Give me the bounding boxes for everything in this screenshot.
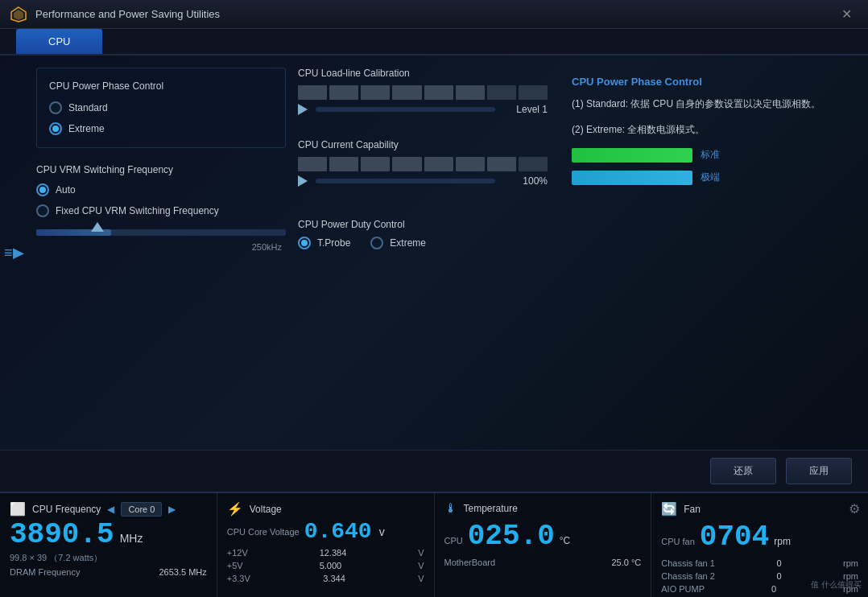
window-title: Performance and Power Saving Utilities [35,8,835,20]
main-content: ≡▶ CPU Power Phase Control Standard Extr… [0,56,868,450]
cpu-temp-unit: °C [560,535,570,546]
left-panel: CPU Power Phase Control Standard Extreme… [36,68,286,438]
core-label: Core 0 [121,502,162,517]
cseg-7 [487,157,516,171]
v12-unit: V [418,548,424,558]
v5-unit: V [418,561,424,570]
radio-duty-tprobe [298,237,311,249]
vrm-radio-group: Auto Fixed CPU VRM Switching Frequency [36,183,286,217]
close-button[interactable]: ✕ [835,3,858,25]
vrm-fixed[interactable]: Fixed CPU VRM Switching Frequency [36,204,286,217]
bar-standard: 标准 [572,148,844,163]
voltage-5v: +5V 5.000 V [227,561,424,570]
voltage-12v: +12V 12.384 V [227,548,424,558]
svg-marker-1 [14,10,23,20]
radio-duty-tprobe-dot [301,240,308,246]
power-duty-section: CPU Power Duty Control T.Probe Extreme [298,219,548,249]
load-cal-slider-thumb [298,104,308,115]
chassis-fan1-unit: rpm [843,558,858,568]
cseg-4 [392,157,421,171]
cseg-2 [329,157,358,171]
cseg-8 [519,157,548,171]
mb-temp-label: MotherBoard [444,558,496,567]
bar-extreme: 极端 [572,171,844,185]
cpu-core-voltage-value: 0.640 [304,521,372,543]
frequency-value-row: 3890.5 MHz [10,521,207,550]
mb-temp-value: 25.0 °C [611,558,641,567]
status-bar: ⬜ CPU Frequency ◀ Core 0 ▶ 3890.5 MHz 99… [0,492,868,597]
load-cal-value: Level 1 [503,104,548,115]
vrm-section: CPU VRM Switching Frequency Auto Fixed C… [36,160,286,252]
radio-duty-extreme [370,237,383,249]
cpu-fan-label: CPU fan [661,537,695,546]
v33-label: +3.3V [227,574,250,583]
frequency-big-value: 3890.5 [10,521,114,550]
v12-value: 12.384 [320,548,347,558]
fan-icon: 🔄 [661,501,677,517]
cseg-1 [298,157,327,171]
cpu-fan-row: CPU fan 0704 rpm [661,521,858,554]
cpu-fan-value: 0704 [700,521,769,554]
power-phase-standard[interactable]: Standard [49,101,273,114]
app-logo [10,6,27,23]
aio-pump-value: 0 [771,584,776,594]
cpu-frequency-icon: ⬜ [10,501,26,517]
v5-value: 5.000 [320,561,342,570]
current-cap-slider-thumb [298,175,308,187]
settings-gear-icon[interactable]: ⚙ [849,501,860,517]
radio-extreme-dot [52,126,59,132]
voltage-33v: +3.3V 3.344 V [227,574,424,583]
duty-tprobe[interactable]: T.Probe [298,237,350,249]
seg-1 [298,85,327,100]
power-phase-extreme[interactable]: Extreme [49,122,273,135]
current-cap-slider-bar[interactable] [316,179,495,183]
seg-2 [329,85,358,100]
load-cal-slider-bar[interactable] [316,107,495,112]
v33-unit: V [418,574,424,583]
cpu-core-voltage-row: CPU Core Voltage 0.640 v [227,521,424,543]
core-next-button[interactable]: ▶ [168,504,176,515]
duty-extreme-label: Extreme [390,237,426,249]
vrm-auto[interactable]: Auto [36,183,286,196]
power-duty-title: CPU Power Duty Control [298,219,548,230]
radio-vrm-auto-dot [39,187,46,193]
cseg-3 [361,157,390,171]
bar-extreme-fill [572,171,692,185]
temperature-section: 🌡 Temperature CPU 025.0 °C MotherBoard 2… [435,493,652,597]
chassis-fan2-value: 0 [776,571,781,581]
vrm-slider-container: 250kHz [36,229,286,252]
bar-standard-fill [572,148,692,163]
fan-header: 🔄 Fan [661,501,858,517]
apply-button[interactable]: 应用 [786,458,852,484]
v5-label: +5V [227,561,243,570]
info-title: CPU Power Phase Control [572,76,844,88]
frequency-sub: 99.8 × 39 （7.2 watts） [10,552,207,564]
vrm-fixed-label: Fixed CPU VRM Switching Frequency [56,205,219,216]
voltage-header: ⚡ Voltage [227,501,424,517]
info-line1: (1) Standard: 依据 CPU 自身的参数设置以决定电源相数。 [572,96,844,112]
duty-extreme[interactable]: Extreme [370,237,426,249]
seg-7 [487,85,516,100]
v33-value: 3.344 [323,574,345,583]
cpu-temp-label: CPU [444,536,463,546]
cpu-core-voltage-unit: v [379,525,385,538]
voltage-icon: ⚡ [227,501,243,517]
dram-value: 2653.5 MHz [159,567,206,577]
bar-standard-label: 标准 [701,148,720,162]
radio-extreme-label: Extreme [68,123,105,134]
watermark: 值 什么值得买 [811,579,862,591]
sidebar-expand-button[interactable]: ≡▶ [0,237,28,268]
cpu-core-voltage-label: CPU Core Voltage [227,527,300,537]
cpu-temp-value: 025.0 [468,520,555,553]
current-segments [298,157,548,171]
tab-bar: CPU [0,29,868,56]
core-prev-button[interactable]: ◀ [107,504,114,515]
restore-button[interactable]: 还原 [710,458,776,484]
seg-4 [392,85,421,100]
mb-temp-row: MotherBoard 25.0 °C [444,558,642,567]
radio-standard [49,101,62,114]
cseg-6 [456,157,485,171]
cpu-temp-row: CPU 025.0 °C [444,520,642,553]
tab-cpu[interactable]: CPU [16,29,102,54]
vrm-slider-track[interactable] [36,229,286,236]
